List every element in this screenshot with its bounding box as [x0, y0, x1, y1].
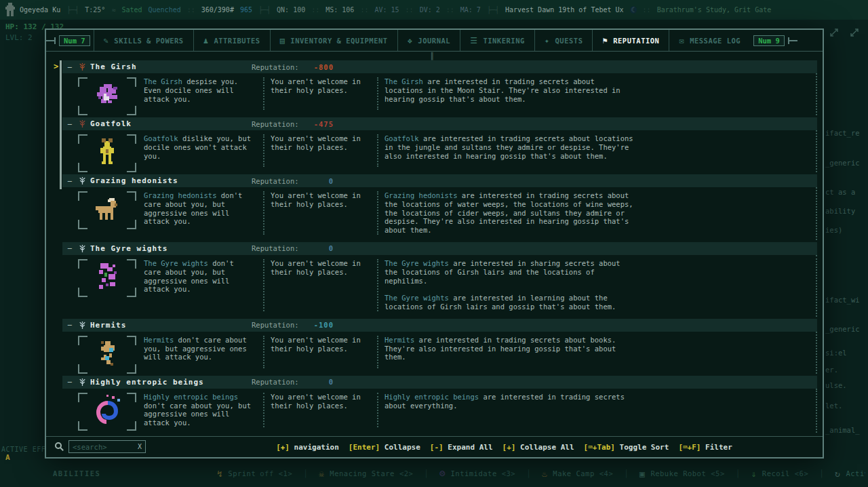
- faction-welcome-text: You aren't welcome in their holy places.: [271, 77, 369, 110]
- portrait-corner-bracket: [127, 163, 136, 172]
- search-clear-icon[interactable]: X: [138, 443, 142, 450]
- faction-name: Grazing hedonists: [90, 176, 178, 185]
- faction-row-the-gyre-wights: −The Gyre wightsReputation:0The Gyre wig…: [62, 242, 823, 317]
- faction-header-goatfolk[interactable]: −GoatfolkReputation:-475: [62, 117, 817, 130]
- faction-header-highly-entropic-beings[interactable]: −Highly entropic beingsReputation:0: [62, 376, 817, 389]
- tab-reputation[interactable]: ⚑REPUTATION: [592, 30, 669, 51]
- collapse-toggle[interactable]: −: [67, 176, 78, 186]
- search-input[interactable]: <search> X: [68, 440, 146, 453]
- collapse-toggle[interactable]: −: [67, 119, 78, 129]
- faction-name: Hermits: [90, 321, 126, 330]
- girsh-nephilim-sprite: [92, 80, 123, 113]
- tab-attributes[interactable]: ♟ATTRIBUTES: [193, 30, 270, 51]
- hint-key: [⌨+Tab]: [584, 443, 615, 452]
- faction-feeling-text: Goatfolk dislike you, but docile ones wo…: [144, 134, 255, 167]
- faction-row-hermits: −HermitsReputation:-100Hermits don't car…: [62, 319, 823, 374]
- tab-skills-powers[interactable]: ✎SKILLS & POWERS: [94, 30, 193, 51]
- collapse-toggle[interactable]: −: [67, 377, 78, 387]
- portrait-corner-bracket: [78, 421, 87, 431]
- faction-header-the-girsh[interactable]: −The GirshReputation:-800: [62, 60, 817, 73]
- hint-key: [✚]: [276, 443, 290, 452]
- tab-label: SKILLS & POWERS: [114, 37, 183, 45]
- ability-hotkey: <3>: [502, 469, 515, 478]
- separator: ├─┤: [258, 6, 271, 14]
- portrait-corner-bracket: [127, 259, 136, 269]
- clipped-background-text: er.: [825, 366, 838, 374]
- column-separator: [263, 336, 264, 368]
- tab-quests[interactable]: ✦QUESTS: [534, 30, 593, 51]
- hint-key: [Enter]: [349, 443, 380, 452]
- stat-av: AV: 15: [374, 6, 399, 14]
- hint-key: [+]: [502, 443, 516, 452]
- collapse-toggle[interactable]: −: [67, 244, 78, 253]
- column-separator: [263, 191, 264, 235]
- tinkering-icon: ☰: [470, 36, 477, 45]
- faction-detail: Grazing hedonists don't care about you, …: [62, 187, 817, 240]
- portrait-corner-bracket: [78, 163, 87, 172]
- hint-label: Expand All: [443, 443, 493, 452]
- column-separator: [377, 393, 378, 427]
- tab-message-log[interactable]: ✉MESSAGE LOG: [669, 30, 750, 51]
- reputation-value: -800: [286, 63, 334, 71]
- clipped-background-text: ifact_wi: [825, 296, 860, 304]
- tab-label: REPUTATION: [613, 37, 659, 45]
- faction-tree-icon: [78, 321, 90, 330]
- game-date: Harvest Dawn 19th of Tebet Ux: [505, 6, 624, 14]
- reputation-value: -475: [286, 120, 334, 128]
- tab-journal[interactable]: ❖JOURNAL: [397, 30, 460, 51]
- player-name: Ogeyeda Ku: [20, 6, 60, 14]
- ability-intimidate[interactable]: ☹Intimidate<3>: [439, 469, 515, 479]
- collapse-toggle[interactable]: −: [67, 62, 78, 72]
- tab-label: TINKERING: [483, 37, 524, 45]
- ability-state: off: [260, 469, 273, 478]
- tab-label: JOURNAL: [418, 37, 450, 45]
- faction-portrait: [62, 393, 144, 427]
- clipped-background-text: ies): [825, 226, 842, 234]
- scrollbar-thumb[interactable]: [60, 60, 62, 189]
- faction-name-highlight: Highly entropic beings: [144, 393, 238, 401]
- separator: ::: [643, 6, 651, 14]
- faction-portrait: [62, 134, 144, 167]
- faction-welcome-text: You aren't welcome in their holy places.: [271, 336, 369, 368]
- column-separator: [377, 259, 378, 311]
- faction-interests-text: Highly entropic beings are interested in…: [384, 393, 637, 427]
- level-readout: LVL: 2: [5, 33, 33, 42]
- tab-inventory-equipment[interactable]: ▤INVENTORY & EQUIPMENT: [270, 30, 397, 51]
- faction-interests-text: The Gyre wights are interested in sharin…: [384, 259, 637, 311]
- clipped-background-text: si:el: [825, 349, 847, 357]
- faction-row-highly-entropic-beings: −Highly entropic beingsReputation:0Highl…: [62, 376, 823, 433]
- faction-name-highlight: Hermits: [384, 336, 414, 344]
- faction-header-the-gyre-wights[interactable]: −The Gyre wightsReputation:0: [62, 242, 817, 255]
- faction-name-highlight: The Girsh: [144, 77, 182, 85]
- status-segments: Ogeyeda Ku├─┤T:25°≈SatedQuenched::360/39…: [20, 6, 771, 14]
- ability-hotkey: <4>: [599, 469, 613, 478]
- tab-tinkering[interactable]: ☰TINKERING: [460, 30, 534, 51]
- ability-recoil[interactable]: ⇓Recoil<6>: [751, 469, 809, 479]
- separator: ::: [446, 6, 454, 14]
- grazing-hedonist-sprite: [92, 194, 123, 227]
- faction-name: The Girsh: [90, 62, 137, 71]
- faction-header-grazing-hedonists[interactable]: −Grazing hedonistsReputation:0: [62, 174, 817, 187]
- ability-sprint[interactable]: ↯Sprintoff<1>: [217, 469, 292, 479]
- ability-make-camp[interactable]: ♨Make Camp<4>: [542, 469, 613, 479]
- ability-menacing-stare[interactable]: ☠Menacing Stare<2>: [319, 469, 413, 479]
- clipped-background-text: ulse.: [825, 381, 847, 389]
- faction-header-hermits[interactable]: −HermitsReputation:-100: [62, 319, 817, 332]
- collapse-toggle[interactable]: −: [67, 320, 78, 330]
- window-resize-icon[interactable]: [829, 27, 840, 41]
- separator: ::: [187, 6, 195, 14]
- window-maximize-icon[interactable]: [849, 27, 860, 41]
- ability-name: Intimidate: [451, 469, 497, 478]
- hint-expand-all: [-] Expand All: [430, 443, 493, 452]
- weather-icon: ≈: [111, 6, 115, 14]
- separator: ::: [406, 6, 414, 14]
- ability-name: Recoil: [762, 469, 790, 478]
- reputation-value: 0: [286, 177, 334, 185]
- separator: ├─┤: [487, 6, 499, 14]
- portrait-corner-bracket: [127, 134, 136, 144]
- ability-activate-displacer-bracelet[interactable]: ↻Activate Displacer Bracelet<7>: [835, 469, 865, 479]
- weight-value: 360/390#: [201, 6, 234, 14]
- ability-rebuke-robot[interactable]: ▣Rebuke Robot<5>: [639, 469, 725, 479]
- ability-separator: │: [624, 469, 629, 478]
- column-separator: [263, 134, 264, 167]
